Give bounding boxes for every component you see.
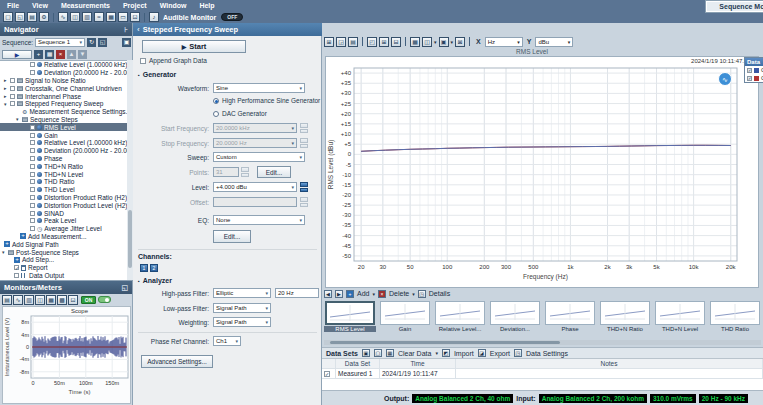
sweep-select[interactable]: Custom▾ xyxy=(213,152,305,162)
graph-thumbnail[interactable]: THD+N Level xyxy=(654,300,706,332)
generator-section[interactable]: ▪Generator xyxy=(138,71,176,78)
sequence-mode-button[interactable]: Sequence Mode xyxy=(706,1,763,12)
x-axis-unit-select[interactable]: Hz▾ xyxy=(485,37,523,47)
tree-item[interactable]: THD+N Ratio xyxy=(0,162,127,170)
points-stepper[interactable] xyxy=(241,167,249,177)
tree-item[interactable]: ◷Average Jitter Level xyxy=(0,225,127,233)
signal-monitors-icon[interactable]: ∿ xyxy=(58,12,68,22)
tree-item[interactable]: Phase xyxy=(0,155,127,163)
tree-item-checkbox[interactable]: ✓ xyxy=(14,265,19,270)
add-dropdown-icon[interactable]: ▾ xyxy=(372,291,375,297)
dataset-checkbox[interactable]: ✓ xyxy=(324,371,330,377)
tree-item-checkbox[interactable] xyxy=(30,226,35,231)
refresh-sequence-icon[interactable]: ↻ xyxy=(87,38,96,47)
tree-item[interactable]: ▸Signal to Noise Ratio xyxy=(0,77,127,85)
points-field[interactable]: 31 xyxy=(213,167,239,177)
save-icon[interactable]: ▤ xyxy=(27,12,37,22)
points-edit-button[interactable]: Edit... xyxy=(257,166,291,178)
pan-icon[interactable]: ◰ xyxy=(367,37,377,47)
tree-item[interactable]: Data Output xyxy=(0,272,127,280)
tree-item[interactable]: Deviation (20.0000 Hz - 20.0000 kHz) xyxy=(0,147,127,155)
markers-icon[interactable]: ▣ xyxy=(439,37,449,47)
tree-item-checkbox[interactable] xyxy=(30,218,35,223)
sweep-icon[interactable]: ≈ xyxy=(94,12,104,22)
dock-icon[interactable]: ⊦ xyxy=(124,26,128,34)
menu-help[interactable]: Help xyxy=(199,2,214,9)
new-icon[interactable]: ▢ xyxy=(3,12,13,22)
prev-icon[interactable]: ◀ xyxy=(324,290,332,298)
settings-icon[interactable]: ⊡ xyxy=(68,295,78,305)
scrollbar-thumb[interactable] xyxy=(330,341,560,344)
menu-file[interactable]: File xyxy=(7,2,19,9)
tree-item[interactable]: ⚙Measurement Sequence Settings... xyxy=(0,108,127,116)
next-icon[interactable]: ▶ xyxy=(335,290,343,298)
graph-thumbnail[interactable]: THD+N Ratio xyxy=(599,300,651,332)
input-config-badge[interactable]: Analog Balanced 2 Ch, 200 kohm xyxy=(539,394,647,403)
tree-item-checkbox[interactable] xyxy=(30,133,35,138)
scope-monitor-icon[interactable]: ◫ xyxy=(70,12,80,22)
tree-item-checkbox[interactable] xyxy=(30,203,35,208)
legend-checkbox[interactable]: ✓ xyxy=(747,76,752,81)
tree-item[interactable]: ▾Stepped Frequency Sweep xyxy=(0,100,127,108)
meters-icon[interactable]: ▥ xyxy=(82,12,92,22)
tree-item[interactable]: ▸Crosstalk, One Channel Undriven xyxy=(0,84,127,92)
move-up-icon[interactable]: ▲ xyxy=(67,50,76,59)
tree-item[interactable]: ✓Report xyxy=(0,264,127,272)
menu-window[interactable]: Window xyxy=(160,2,187,9)
analyzer-section[interactable]: ▪Analyzer xyxy=(138,277,172,284)
tree-item-checkbox[interactable] xyxy=(30,62,35,67)
grid-icon[interactable]: ⊟ xyxy=(391,37,401,47)
eq-select[interactable]: None▾ xyxy=(213,215,305,225)
tree-item-checkbox[interactable] xyxy=(30,140,35,145)
dac-radio[interactable] xyxy=(213,111,219,117)
tree-item-checkbox[interactable] xyxy=(30,70,35,75)
legend-checkbox[interactable]: ✓ xyxy=(747,68,752,73)
tree-item[interactable]: Gain xyxy=(0,131,127,139)
move-down-icon[interactable]: ▼ xyxy=(78,50,87,59)
sequence-notes-icon[interactable]: ▣ xyxy=(122,38,131,47)
markers-icon-dropdown[interactable]: ▾ xyxy=(451,39,454,45)
lpf-select[interactable]: Signal Path▾ xyxy=(213,303,271,313)
menu-project[interactable]: Project xyxy=(123,2,147,9)
run-sequence-button[interactable]: ▶ xyxy=(2,50,32,59)
tree-item-checkbox[interactable] xyxy=(30,164,35,169)
tree-item[interactable]: ▾Post-Sequence Steps xyxy=(0,248,127,256)
tree-item[interactable]: RMS Level xyxy=(0,123,127,131)
hp-sine-radio[interactable] xyxy=(213,98,219,104)
tree-item-checkbox[interactable] xyxy=(10,86,15,91)
back-icon[interactable]: ‹ xyxy=(137,25,140,34)
tree-item-checkbox[interactable] xyxy=(30,179,35,184)
advanced-settings-button[interactable]: Advanced Settings... xyxy=(141,355,213,368)
tree-item[interactable]: Relative Level (1.00000 kHz) xyxy=(0,61,127,69)
tree-item-checkbox[interactable] xyxy=(10,78,15,83)
tree-item-checkbox[interactable] xyxy=(30,195,35,200)
scope-icon[interactable]: ∿ xyxy=(13,295,23,305)
graph-thumbnail[interactable]: Deviation... xyxy=(489,300,541,332)
thumbnail-scrollbar[interactable] xyxy=(324,340,761,345)
add-graph-button[interactable]: Add xyxy=(357,290,369,297)
tree-item-checkbox[interactable] xyxy=(10,101,15,106)
weighting-select[interactable]: Signal Path▾ xyxy=(213,317,271,327)
fft-icon[interactable]: ▦ xyxy=(46,295,56,305)
channel-1-button[interactable]: 1 xyxy=(140,264,148,272)
column-header-data-set[interactable]: Data Set xyxy=(336,359,380,368)
delete-icon[interactable]: × xyxy=(56,50,65,59)
hpf-frequency-field[interactable]: 20 Hz xyxy=(275,288,319,298)
copy-graph-icon[interactable]: ▤ xyxy=(348,37,358,47)
input-config-badge[interactable]: 310.0 mVrms xyxy=(650,394,696,403)
export-icon[interactable]: ⊠ xyxy=(455,37,465,47)
monitors-list-icon[interactable]: ▤ xyxy=(2,295,12,305)
cursors-icon-dropdown[interactable]: ▾ xyxy=(434,39,437,45)
open-icon[interactable]: ◱ xyxy=(15,12,25,22)
tree-item[interactable]: SINAD xyxy=(0,209,127,217)
offset-stepper[interactable] xyxy=(300,197,308,207)
uncheck-all-icon[interactable]: ▢ xyxy=(374,349,382,357)
tree-item-checkbox[interactable] xyxy=(30,211,35,216)
tree-item-checkbox[interactable] xyxy=(30,187,35,192)
scrollbar-thumb[interactable] xyxy=(128,210,132,268)
output-config-badge[interactable]: Analog Balanced 2 Ch, 40 ohm xyxy=(412,394,513,403)
tree-item[interactable]: +Add Measurement... xyxy=(0,233,127,241)
tree-item[interactable]: Distortion Product Ratio (H2) xyxy=(0,194,127,202)
tree-item[interactable]: THD+N Level xyxy=(0,170,127,178)
tree-item-checkbox[interactable] xyxy=(30,125,35,130)
